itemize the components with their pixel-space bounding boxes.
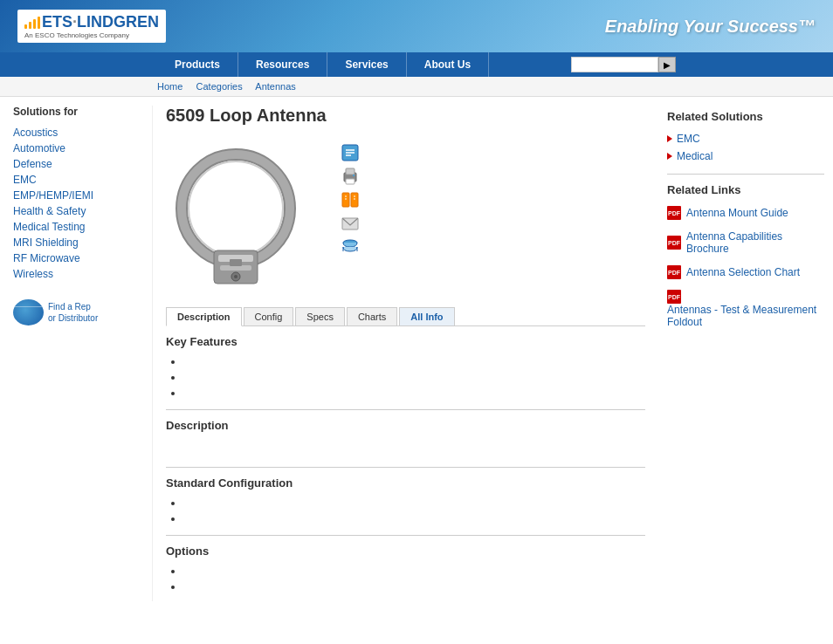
pdf-icon-3: PDF <box>667 265 681 279</box>
arrow-icon <box>667 153 672 160</box>
tab-description[interactable]: Description <box>166 307 242 326</box>
nav-about[interactable]: About Us <box>407 52 489 77</box>
breadcrumb-sep1 <box>188 81 190 92</box>
sidebar-emp[interactable]: EMP/HEMP/IEMI <box>13 188 139 203</box>
key-feature-1 <box>183 353 645 369</box>
globe-icon <box>13 299 44 325</box>
svg-point-2 <box>189 161 283 256</box>
wave3 <box>33 19 36 29</box>
breadcrumb-home[interactable]: Home <box>157 81 182 92</box>
product-content: 6509 Loop Antenna <box>153 106 658 601</box>
breadcrumb-sep2 <box>248 81 251 92</box>
options-list <box>183 563 645 594</box>
rl-antenna-selection[interactable]: PDF Antenna Selection Chart <box>667 263 824 282</box>
antenna-svg <box>166 139 306 291</box>
header-tagline: Enabling Your Success™ <box>605 17 816 37</box>
breadcrumb-categories[interactable]: Categories <box>196 81 243 92</box>
rs-divider <box>667 174 824 175</box>
logo-wrapper: ETS·LINDGREN An ESCO Technologies Compan… <box>17 10 166 43</box>
find-rep-link[interactable]: Find a Rep or Distributor <box>13 299 139 325</box>
nav-resources[interactable]: Resources <box>238 52 327 77</box>
sidebar-acoustics[interactable]: Acoustics <box>13 125 139 140</box>
logo-text: ETS·LINDGREN <box>42 13 159 31</box>
rl-label-4: Antennas - Test & Measurement Foldout <box>667 304 824 328</box>
svg-rect-8 <box>230 259 242 266</box>
std-config-2 <box>183 510 645 526</box>
product-image-area <box>166 139 323 294</box>
std-config-title: Standard Configuration <box>166 476 645 490</box>
tab-charts[interactable]: Charts <box>347 307 397 325</box>
logo-area: ETS·LINDGREN An ESCO Technologies Compan… <box>17 10 166 43</box>
search-button[interactable]: ▶ <box>658 57 676 72</box>
rs-medical-label: Medical <box>677 150 713 162</box>
sidebar-health[interactable]: Health & Safety <box>13 203 139 219</box>
tab-config[interactable]: Config <box>244 307 294 325</box>
search-input[interactable] <box>571 57 658 72</box>
rl-antenna-test[interactable]: PDF Antennas - Test & Measurement Foldou… <box>667 287 824 331</box>
rl-label-1: Antenna Mount Guide <box>686 207 788 219</box>
svg-point-1 <box>182 154 290 263</box>
product-tabs: Description Config Specs Charts All Info <box>166 307 645 326</box>
pdf-icon-1: PDF <box>667 206 681 220</box>
rl-antenna-mount[interactable]: PDF Antenna Mount Guide <box>667 203 824 223</box>
sidebar-defense[interactable]: Defense <box>13 156 139 172</box>
related-links-title: Related Links <box>667 183 824 196</box>
key-features-title: Key Features <box>166 335 645 348</box>
related-solutions-title: Related Solutions <box>667 110 824 123</box>
sidebar-automotive[interactable]: Automotive <box>13 140 139 156</box>
svg-rect-14 <box>346 168 355 175</box>
nav-services[interactable]: Services <box>327 52 406 77</box>
rl-antenna-capabilities[interactable]: PDF Antenna Capabilities Brochure <box>667 228 824 257</box>
key-feature-2 <box>183 369 645 385</box>
option-1 <box>183 563 645 579</box>
sidebar-mri[interactable]: MRI Shielding <box>13 235 139 250</box>
rl-label-2: Antenna Capabilities Brochure <box>686 230 824 255</box>
find-rep-text: Find a Rep or Distributor <box>48 301 98 324</box>
wave1 <box>24 24 27 29</box>
print-icon[interactable] <box>341 167 360 186</box>
logo-sub: An ESCO Technologies Company <box>24 31 129 39</box>
product-icons-area <box>341 139 360 294</box>
sidebar-rf[interactable]: RF Microwave <box>13 250 139 266</box>
pdf-icon-2: PDF <box>667 236 681 250</box>
product-title: 6509 Loop Antenna <box>166 106 645 126</box>
key-feature-3 <box>183 385 645 401</box>
svg-rect-15 <box>346 179 355 184</box>
breadcrumb: Home Categories Antennas <box>0 77 833 97</box>
right-sidebar: Related Solutions EMC Medical Related Li… <box>658 106 833 601</box>
tab-specs[interactable]: Specs <box>295 307 345 325</box>
download-icon[interactable] <box>341 143 360 162</box>
breadcrumb-antennas[interactable]: Antennas <box>255 81 295 92</box>
rs-medical-link[interactable]: Medical <box>667 147 824 165</box>
description-title: Description <box>166 419 645 432</box>
compare-icon[interactable] <box>341 190 360 209</box>
sidebar-emc[interactable]: EMC <box>13 172 139 188</box>
rs-emc-label: EMC <box>677 133 700 145</box>
database-icon[interactable] <box>341 237 360 257</box>
nav-products[interactable]: Products <box>157 52 238 77</box>
svg-point-7 <box>234 275 238 278</box>
sidebar-wireless[interactable]: Wireless <box>13 266 139 282</box>
std-config-1 <box>183 495 645 510</box>
std-config-list <box>183 495 645 526</box>
rl-label-3: Antenna Selection Chart <box>686 266 800 278</box>
tab-allinfo[interactable]: All Info <box>399 307 454 325</box>
signal-waves-icon <box>24 17 40 29</box>
svg-rect-16 <box>353 175 355 176</box>
email-icon[interactable] <box>341 214 360 233</box>
rs-emc-link[interactable]: EMC <box>667 130 824 147</box>
sidebar-medical[interactable]: Medical Testing <box>13 219 139 235</box>
options-title: Options <box>166 545 645 558</box>
left-sidebar: Solutions for Acoustics Automotive Defen… <box>0 106 153 601</box>
option-2 <box>183 579 645 594</box>
divider-3 <box>166 535 645 536</box>
nav-search-area: ▶ <box>571 57 676 72</box>
wave4 <box>38 17 40 29</box>
main-nav: Products Resources Services About Us ▶ <box>0 52 833 77</box>
main-content: Solutions for Acoustics Automotive Defen… <box>0 97 833 610</box>
svg-rect-18 <box>351 193 358 207</box>
arrow-icon <box>667 135 672 142</box>
page-header: ETS·LINDGREN An ESCO Technologies Compan… <box>0 0 833 52</box>
key-features-list <box>183 353 645 401</box>
product-top-area <box>166 139 645 294</box>
